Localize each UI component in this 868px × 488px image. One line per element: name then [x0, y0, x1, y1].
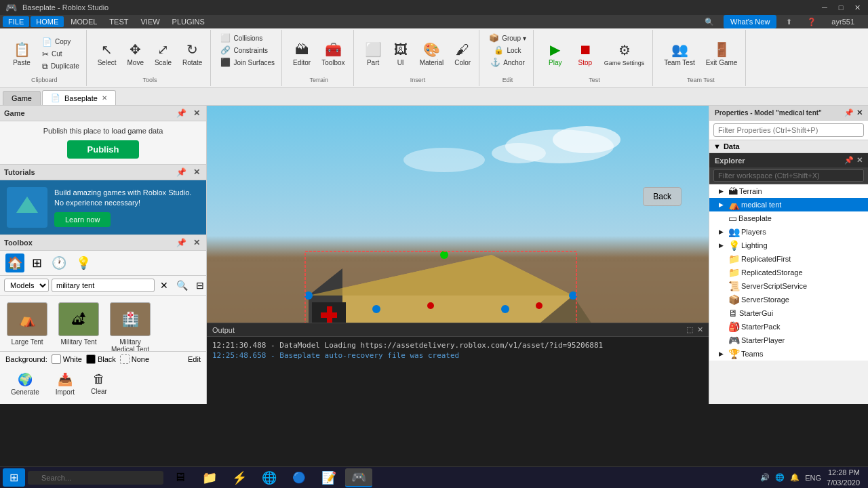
learn-now-button[interactable]: Learn now: [54, 212, 111, 227]
collisions-button[interactable]: ⬜ Collisions: [218, 33, 265, 43]
tree-item-terrain[interactable]: ▶ 🏔 Terrain: [709, 184, 868, 198]
paste-button[interactable]: 📋 Paste: [7, 39, 37, 69]
clear-button[interactable]: 🗑 Clear: [85, 369, 113, 399]
search-submit-button[interactable]: 🔍: [174, 279, 191, 292]
tab-baseplate[interactable]: 📄 Baseplate ✕: [42, 90, 116, 105]
clear-search-button[interactable]: ✕: [157, 279, 171, 292]
generate-button[interactable]: 🌍 Generate: [5, 369, 45, 399]
toolbox-tab-recent[interactable]: 🕐: [50, 253, 68, 272]
move-button[interactable]: ✥ Move: [123, 39, 148, 69]
models-dropdown[interactable]: Models: [4, 279, 49, 292]
taskbar-edge[interactable]: 🌐: [256, 468, 283, 487]
explorer-pin[interactable]: 📌: [844, 156, 854, 165]
exit-game-button[interactable]: 🚪 Exit Game: [702, 39, 742, 69]
team-test-button[interactable]: 👥 Team Test: [660, 39, 698, 69]
menu-plugins[interactable]: PLUGINS: [167, 16, 210, 27]
play-button[interactable]: ▶ Play: [540, 39, 570, 69]
maximize-button[interactable]: □: [835, 2, 846, 13]
filter-button[interactable]: ⊟: [193, 279, 206, 292]
properties-pin[interactable]: 📌: [844, 108, 854, 117]
constraints-button[interactable]: 🔗 Constraints: [218, 45, 271, 56]
game-panel-pin[interactable]: 📌: [174, 108, 189, 119]
ui-button[interactable]: 🖼 UI: [389, 39, 413, 69]
search-input[interactable]: [52, 279, 155, 292]
taskbar-task-manager[interactable]: ⚡: [226, 468, 253, 487]
viewport-3d[interactable]: Back: [207, 106, 709, 323]
stop-button[interactable]: ⏹ Stop: [573, 39, 597, 69]
menu-file[interactable]: FILE: [3, 16, 29, 27]
explorer-search-input[interactable]: [713, 169, 864, 182]
game-settings-button[interactable]: ⚙ Game Settings: [600, 39, 649, 69]
taskbar-roblox-studio[interactable]: 🎮: [345, 468, 372, 487]
cut-button[interactable]: ✂ Cut: [39, 49, 82, 60]
game-panel-close[interactable]: ✕: [191, 108, 202, 119]
rotate-button[interactable]: ↻ Rotate: [178, 39, 206, 69]
toolbox-item-military-tent[interactable]: 🏕 Military Tent: [56, 300, 102, 351]
tree-item-server-storage[interactable]: 📦 ServerStorage: [709, 293, 868, 306]
color-button[interactable]: 🖌 Color: [450, 39, 475, 69]
toolbox-tab-home[interactable]: 🏠: [5, 253, 24, 272]
taskbar-file-explorer[interactable]: 📁: [196, 468, 223, 487]
output-close-button[interactable]: ✕: [697, 325, 703, 334]
toolbox-tab-light[interactable]: 💡: [74, 253, 93, 272]
tree-item-starter-pack[interactable]: 🎒 StarterPack: [709, 320, 868, 333]
toolbox-close-btn[interactable]: ✕: [191, 237, 202, 248]
publish-button[interactable]: Publish: [67, 140, 140, 159]
copy-button[interactable]: 📄 Copy: [39, 37, 82, 47]
editor-button[interactable]: 🏔 Editor: [289, 39, 315, 69]
tree-item-starter-gui[interactable]: 🖥 StarterGui: [709, 306, 868, 320]
scale-button[interactable]: ⤢ Scale: [151, 39, 176, 69]
material-button[interactable]: 🎨 Material: [416, 39, 448, 69]
bg-white-option[interactable]: White: [52, 354, 82, 364]
menu-home[interactable]: HOME: [31, 16, 64, 27]
back-button[interactable]: Back: [643, 187, 682, 206]
explorer-close[interactable]: ✕: [856, 156, 863, 165]
tree-item-starter-player[interactable]: 🎮 StarterPlayer: [709, 333, 868, 347]
tutorials-pin[interactable]: 📌: [174, 167, 189, 178]
data-section[interactable]: ▼ Data: [709, 140, 868, 153]
constraints-icon: 🔗: [220, 45, 231, 55]
tree-item-teams[interactable]: ▶ 🏆 Teams: [709, 347, 868, 361]
properties-close[interactable]: ✕: [856, 108, 863, 117]
taskbar-search[interactable]: [28, 471, 163, 485]
bg-black-option[interactable]: Black: [86, 354, 116, 364]
toolbox-item-medical-tent[interactable]: 🏥 Military Medical Tent: [107, 300, 153, 351]
tree-item-replicated-storage[interactable]: 📁 ReplicatedStorage: [709, 266, 868, 279]
bg-white-label: White: [63, 355, 82, 363]
select-button[interactable]: ↖ Select: [94, 39, 121, 69]
medical-tent-icon: ⛺: [728, 199, 740, 210]
toolbox-tab-grid[interactable]: ⊞: [30, 253, 44, 272]
menu-view[interactable]: VIEW: [135, 16, 165, 27]
tree-item-players[interactable]: ▶ 👥 Players: [709, 225, 868, 239]
group-button[interactable]: 📦 Group ▾: [486, 33, 529, 43]
start-button[interactable]: ⊞: [3, 468, 25, 487]
anchor-button[interactable]: ⚓ Anchor: [488, 57, 528, 68]
taskbar-notepad[interactable]: 📝: [315, 468, 342, 487]
tree-item-lighting[interactable]: ▶ 💡 Lighting: [709, 239, 868, 252]
menu-model[interactable]: MODEL: [65, 16, 102, 27]
tree-item-medical-tent[interactable]: ▶ ⛺ medical tent: [709, 198, 868, 211]
import-button[interactable]: 📥 Import: [50, 369, 80, 399]
menu-test[interactable]: TEST: [104, 16, 134, 27]
tutorials-close[interactable]: ✕: [191, 167, 202, 178]
properties-filter-input[interactable]: [713, 123, 864, 137]
part-button[interactable]: ⬜ Part: [361, 39, 386, 69]
baseplate-tab-close[interactable]: ✕: [102, 94, 107, 102]
lock-button[interactable]: 🔒 Lock: [491, 45, 524, 56]
bg-none-option[interactable]: None: [120, 354, 149, 364]
minimize-button[interactable]: ─: [819, 2, 830, 13]
tree-item-server-script-service[interactable]: 📜 ServerScriptService: [709, 279, 868, 293]
join-surfaces-button[interactable]: ⬛ Join Surfaces: [218, 57, 277, 68]
toolbox-ribbon-button[interactable]: 🧰 Toolbox: [317, 39, 349, 69]
duplicate-button[interactable]: ⧉ Duplicate: [39, 61, 82, 72]
toolbox-pin[interactable]: 📌: [174, 237, 189, 248]
taskbar-chrome[interactable]: 🔵: [285, 468, 313, 487]
output-float-button[interactable]: ⬚: [686, 325, 693, 334]
taskbar-desktop[interactable]: 🖥: [166, 468, 193, 487]
whats-new-button[interactable]: What's New: [724, 15, 776, 28]
tree-item-baseplate[interactable]: ▭ Baseplate: [709, 211, 868, 225]
close-button[interactable]: ✕: [852, 2, 863, 13]
toolbox-item-large-tent[interactable]: ⛺ Large Tent: [4, 300, 50, 351]
tab-game[interactable]: Game: [3, 91, 41, 105]
tree-item-replicated-first[interactable]: 📁 ReplicatedFirst: [709, 252, 868, 266]
